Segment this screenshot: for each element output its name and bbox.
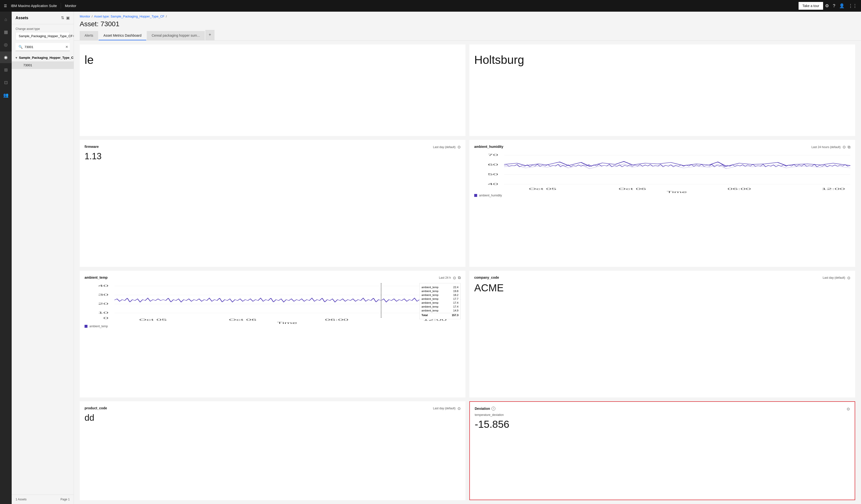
top-nav: ☰ IBM Maximo Application Suite Monitor T… bbox=[0, 0, 861, 12]
company-card-header: company_code Last day (default) ⊙ bbox=[474, 276, 850, 280]
humidity-settings-icon[interactable]: ⊙ bbox=[843, 145, 846, 149]
svg-text:06:00: 06:00 bbox=[325, 318, 348, 321]
tab-asset-metrics[interactable]: Asset Metrics Dashboard bbox=[99, 31, 146, 40]
tooltip-label-6: ambient_temp bbox=[422, 305, 438, 308]
asset-tree: ▾ Sample_Packaging_Hopper_Type_CF 73001 bbox=[12, 54, 73, 494]
dashboard-grid: le Holtsburg firmware Last day (default)… bbox=[74, 41, 861, 504]
company-meta: Last day (default) bbox=[823, 276, 845, 279]
tooltip-row-7: ambient_temp 14.9 bbox=[422, 309, 459, 312]
svg-text:Time: Time bbox=[667, 191, 687, 194]
tab-cereal-hopper[interactable]: Cereal packaging hopper sum... bbox=[147, 31, 205, 40]
rail-fleet-icon[interactable]: ⊡ bbox=[0, 77, 12, 88]
sidebar: Assets ⇅ ▣ Change asset type Sample_Pack… bbox=[12, 12, 74, 504]
rail-asset-icon[interactable]: ◎ bbox=[0, 39, 12, 51]
tooltip-row-3: ambient_temp 18.2 bbox=[422, 293, 459, 297]
company-value: ACME bbox=[474, 282, 850, 294]
tooltip-value-7: 14.9 bbox=[453, 309, 459, 312]
breadcrumb-sep2: / bbox=[166, 15, 167, 18]
rail-dashboard-icon[interactable]: ▦ bbox=[0, 26, 12, 38]
product-card-header: product_code Last day (default) ⊙ bbox=[84, 406, 461, 411]
layout-icon[interactable]: ▣ bbox=[66, 16, 70, 20]
temp-settings-icon[interactable]: ⊙ bbox=[453, 276, 456, 280]
page-header: Monitor / Asset type: Sample_Packaging_H… bbox=[74, 12, 861, 28]
deviation-value: -15.856 bbox=[475, 419, 850, 430]
svg-text:60: 60 bbox=[488, 163, 498, 166]
company-settings-icon[interactable]: ⊙ bbox=[847, 276, 850, 280]
firmware-card: firmware Last day (default) ⊙ 1.13 bbox=[80, 140, 465, 267]
ambient-temp-card: ambient_temp Last 24 h ⊙ ⧉ 40 30 20 10 0 bbox=[80, 271, 465, 397]
tooltip-value-5: 17.4 bbox=[453, 301, 459, 304]
company-title: company_code bbox=[474, 276, 499, 279]
tree-group-label: Sample_Packaging_Hopper_Type_CF bbox=[19, 56, 73, 59]
menu-icon[interactable]: ☰ bbox=[4, 4, 7, 8]
tree-group-header[interactable]: ▾ Sample_Packaging_Hopper_Type_CF bbox=[12, 54, 73, 61]
tooltip-row-4: ambient_temp 17.7 bbox=[422, 297, 459, 301]
filter-icon[interactable]: ⇅ bbox=[61, 16, 64, 20]
asset-count: 1 Assets bbox=[16, 498, 27, 501]
humidity-copy-icon[interactable]: ⧉ bbox=[848, 145, 850, 149]
firmware-title: firmware bbox=[84, 145, 99, 149]
tree-item-73001[interactable]: 73001 bbox=[12, 61, 73, 69]
breadcrumb-asset-type[interactable]: Asset type: Sample_Packaging_Hopper_Type… bbox=[94, 15, 164, 18]
temp-title: ambient_temp bbox=[84, 276, 108, 279]
holtsburg-card: Holtsburg bbox=[469, 44, 855, 136]
clear-search-icon[interactable]: ✕ bbox=[65, 45, 68, 49]
product-meta: Last day (default) bbox=[433, 407, 455, 410]
svg-text:Oct 06: Oct 06 bbox=[229, 318, 257, 321]
product-code-card: product_code Last day (default) ⊙ dd bbox=[80, 401, 465, 500]
humidity-card-header: ambient_humidity Last 24 hours (default)… bbox=[474, 145, 850, 149]
tab-alerts[interactable]: Alerts bbox=[80, 31, 98, 40]
tooltip-row-2: ambient_temp 19.8 bbox=[422, 289, 459, 293]
firmware-settings-icon[interactable]: ⊙ bbox=[457, 145, 461, 149]
tour-button[interactable]: Take a tour bbox=[798, 2, 823, 10]
location-card: le bbox=[80, 44, 465, 136]
deviation-info-icon[interactable]: i bbox=[491, 407, 495, 410]
humidity-chart: 70 60 50 40 bbox=[474, 152, 850, 191]
breadcrumb-monitor[interactable]: Monitor bbox=[80, 15, 90, 18]
product-settings-icon[interactable]: ⊙ bbox=[457, 406, 461, 411]
user-icon[interactable]: 👤 bbox=[839, 3, 845, 9]
tabs-bar: Alerts Asset Metrics Dashboard Cereal pa… bbox=[74, 30, 861, 41]
deviation-title: Deviation bbox=[475, 407, 490, 410]
settings-icon[interactable]: ⚙ bbox=[825, 3, 829, 9]
svg-text:40: 40 bbox=[98, 284, 108, 287]
temp-legend: ambient_temp bbox=[84, 325, 461, 328]
rail-home-icon[interactable]: ⌂ bbox=[0, 14, 12, 25]
temp-copy-icon[interactable]: ⧉ bbox=[458, 276, 461, 280]
tooltip-value-4: 17.7 bbox=[453, 297, 459, 300]
temp-tooltip: ambient_temp 22.4 ambient_temp 19.8 ambi… bbox=[419, 283, 461, 319]
help-icon[interactable]: ? bbox=[833, 3, 835, 9]
asset-type-select[interactable]: Sample_Packaging_Hopper_Type_CF ✕ ▾ bbox=[16, 32, 70, 40]
rail-monitor-icon[interactable]: ◉ bbox=[0, 52, 12, 63]
breadcrumb: Monitor / Asset type: Sample_Packaging_H… bbox=[80, 15, 855, 18]
tooltip-total-row: Total 157.3 bbox=[422, 313, 459, 317]
page-title: Asset: 73001 bbox=[80, 20, 855, 28]
temp-meta: Last 24 h bbox=[439, 276, 451, 279]
asset-type-value: Sample_Packaging_Hopper_Type_CF bbox=[19, 34, 73, 38]
firmware-card-header: firmware Last day (default) ⊙ bbox=[84, 145, 461, 149]
rail-hierarchy-icon[interactable]: ⊞ bbox=[0, 64, 12, 76]
company-code-card: company_code Last day (default) ⊙ ACME bbox=[469, 271, 855, 397]
rail-users-icon[interactable]: 👥 bbox=[0, 89, 12, 101]
tooltip-label-7: ambient_temp bbox=[422, 309, 438, 312]
tree-chevron-icon: ▾ bbox=[16, 56, 17, 59]
deviation-settings-icon[interactable]: ⊙ bbox=[847, 407, 850, 411]
tab-add[interactable]: + bbox=[205, 30, 215, 40]
ambient-humidity-card: ambient_humidity Last 24 hours (default)… bbox=[469, 140, 855, 267]
tooltip-total-label: Total bbox=[422, 314, 427, 317]
svg-text:50: 50 bbox=[488, 173, 498, 176]
search-input[interactable] bbox=[25, 45, 65, 49]
humidity-legend-swatch bbox=[474, 194, 477, 197]
svg-text:06:00: 06:00 bbox=[727, 187, 751, 190]
svg-text:0: 0 bbox=[103, 316, 109, 319]
apps-icon[interactable]: ⋮⋮ bbox=[848, 3, 857, 9]
holtsburg-value: Holtsburg bbox=[474, 53, 850, 67]
firmware-meta: Last day (default) bbox=[433, 145, 455, 149]
tooltip-row-1: ambient_temp 22.4 bbox=[422, 285, 459, 289]
svg-text:70: 70 bbox=[488, 153, 498, 156]
humidity-chart-area: 70 60 50 40 bbox=[474, 152, 850, 197]
asset-type-section: Change asset type Sample_Packaging_Hoppe… bbox=[12, 24, 73, 43]
deviation-subtitle: temperature_deviation bbox=[475, 413, 850, 417]
tooltip-row-5: ambient_temp 17.4 bbox=[422, 301, 459, 305]
temp-legend-swatch bbox=[84, 325, 87, 328]
